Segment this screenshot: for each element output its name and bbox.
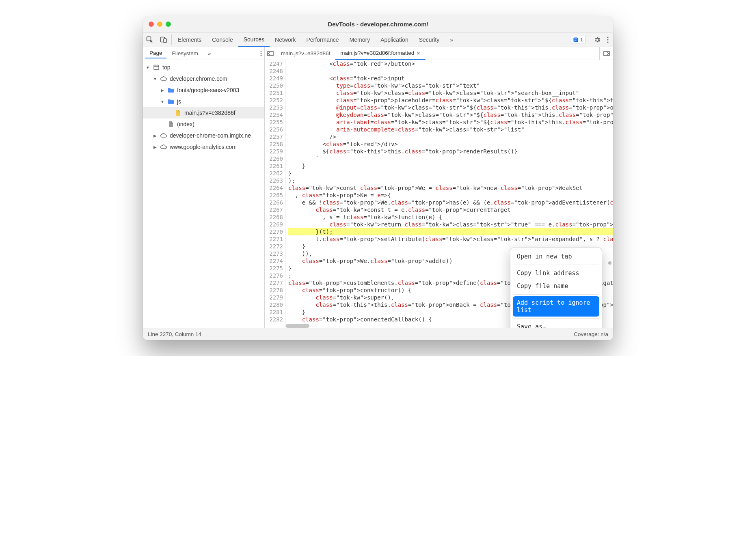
tab-console[interactable]: Console	[207, 32, 238, 47]
tree-node[interactable]: ▼js	[143, 96, 264, 107]
gutter-line[interactable]: 2279	[265, 294, 283, 301]
device-toggle-icon[interactable]	[157, 32, 171, 47]
gutter-line[interactable]: 2275	[265, 265, 283, 272]
code-line[interactable]: aria-label=class="tok-kw">class="tok-str…	[288, 119, 613, 126]
file-tree[interactable]: ▼top▼developer.chrome.com▶fonts/google-s…	[143, 60, 265, 328]
tree-node[interactable]: ▶www.google-analytics.com	[143, 141, 264, 153]
code-line[interactable]: class="tok-kw">class=class="tok-kw">clas…	[288, 89, 613, 97]
tab-sources[interactable]: Sources	[238, 32, 270, 47]
code-line[interactable]: aria-autocomplete=class="tok-kw">class="…	[288, 126, 613, 133]
code-line[interactable]: e && !class="tok-prop">We.class="tok-pro…	[288, 199, 613, 206]
gutter-line[interactable]: 2257	[265, 133, 283, 140]
context-menu-item[interactable]: Add script to ignore list	[513, 296, 599, 317]
gutter-line[interactable]: 2280	[265, 301, 283, 308]
gutter-line[interactable]: 2247	[265, 60, 283, 67]
navigator-tab-page[interactable]: Page	[145, 48, 166, 58]
gutter-line[interactable]: 2282	[265, 316, 283, 323]
tab-memory[interactable]: Memory	[344, 32, 376, 47]
gutter-line[interactable]: 2278	[265, 287, 283, 294]
gutter-line[interactable]: 2262	[265, 170, 283, 177]
navigator-more-icon[interactable]	[260, 51, 262, 56]
tab-performance[interactable]: Performance	[301, 32, 344, 47]
gutter-line[interactable]: 2281	[265, 308, 283, 316]
gutter-line[interactable]: 2256	[265, 126, 283, 133]
gutter-line[interactable]: 2260	[265, 155, 283, 162]
tab-network[interactable]: Network	[270, 32, 301, 47]
gutter-line[interactable]: 2249	[265, 75, 283, 82]
code-line[interactable]: class="tok-kw">const t = e.class="tok-pr…	[288, 206, 613, 213]
file-history-icon[interactable]	[265, 47, 276, 60]
code-line[interactable]: <class="tok-red">/button>	[288, 60, 613, 67]
gutter-line[interactable]: 2266	[265, 199, 283, 206]
toggle-debugger-pane-icon[interactable]	[599, 47, 613, 60]
code-line[interactable]: class="tok-kw">return class="tok-kw">cla…	[288, 221, 613, 228]
context-menu-item[interactable]: Copy file name	[513, 280, 599, 293]
code-line[interactable]: );	[288, 177, 613, 184]
code-line[interactable]: @keydown=class="tok-kw">class="tok-str">…	[288, 111, 613, 119]
gutter-line[interactable]: 2253	[265, 104, 283, 111]
code-line[interactable]: }(t);	[288, 228, 613, 235]
gutter-line[interactable]: 2270	[265, 228, 283, 235]
gutter-line[interactable]: 2268	[265, 213, 283, 221]
gutter-line[interactable]: 2271	[265, 235, 283, 243]
code-line[interactable]: <class="tok-red">input	[288, 75, 613, 82]
context-menu-item[interactable]: Copy link address	[513, 267, 599, 280]
more-icon[interactable]	[603, 37, 613, 43]
gutter-line[interactable]: 2276	[265, 272, 283, 279]
gutter-line[interactable]: 2263	[265, 177, 283, 184]
gutter-line[interactable]: 2259	[265, 148, 283, 155]
close-tab-icon[interactable]: ×	[417, 50, 420, 56]
gutter-line[interactable]: 2264	[265, 184, 283, 192]
tab-application[interactable]: Application	[375, 32, 414, 47]
code-line[interactable]: ${class="tok-this">this.class="tok-prop"…	[288, 148, 613, 155]
tree-node[interactable]: ▼top	[143, 62, 264, 73]
code-line[interactable]: class="tok-prop">placeholder=class="tok-…	[288, 97, 613, 104]
file-tab-main-formatted[interactable]: main.js?v=e382d86f:formatted ×	[335, 47, 426, 60]
gutter-line[interactable]: 2250	[265, 82, 283, 89]
gutter-line[interactable]: 2269	[265, 221, 283, 228]
code-line[interactable]: }	[288, 170, 613, 177]
gutter-line[interactable]: 2252	[265, 97, 283, 104]
code-line[interactable]: , s = !class="tok-kw">function(e) {	[288, 213, 613, 221]
tree-node[interactable]: ▶developer-chrome-com.imgix.ne	[143, 130, 264, 141]
gutter-line[interactable]: 2255	[265, 119, 283, 126]
context-menu-item[interactable]: Save as…	[513, 320, 599, 328]
gutter-line[interactable]: 2251	[265, 89, 283, 97]
gutter-line[interactable]: 2265	[265, 192, 283, 199]
gutter-line[interactable]: 2273	[265, 250, 283, 257]
tree-node[interactable]: ▼developer.chrome.com	[143, 73, 264, 84]
code-line[interactable]: }	[288, 162, 613, 170]
gutter-line[interactable]: 2274	[265, 257, 283, 265]
code-line[interactable]: type=class="tok-kw">class="tok-str">"tex…	[288, 82, 613, 89]
tree-node[interactable]: (index)	[143, 119, 264, 130]
code-line[interactable]: t.class="tok-prop">setAttribute(class="t…	[288, 235, 613, 243]
code-line[interactable]: <class="tok-red">/div>	[288, 140, 613, 148]
vertical-scrollbar[interactable]	[608, 261, 611, 265]
settings-icon[interactable]	[592, 36, 603, 43]
code-line[interactable]: class="tok-kw">const class="tok-prop">We…	[288, 184, 613, 192]
code-line[interactable]: , class="tok-prop">Ke = e=>{	[288, 192, 613, 199]
file-tab-main[interactable]: main.js?v=e382d86f	[276, 47, 335, 60]
inspect-element-icon[interactable]	[143, 32, 157, 47]
gutter-line[interactable]: 2261	[265, 162, 283, 170]
gutter-line[interactable]: 2254	[265, 111, 283, 119]
navigator-tabs-overflow[interactable]: »	[204, 49, 215, 58]
tab-elements[interactable]: Elements	[173, 32, 207, 47]
navigator-tab-filesystem[interactable]: Filesystem	[168, 49, 203, 58]
gutter-line[interactable]: 2267	[265, 206, 283, 213]
tabs-overflow[interactable]: »	[445, 32, 458, 47]
gutter-line[interactable]: 2258	[265, 140, 283, 148]
code-line[interactable]: @input=class="tok-kw">class="tok-str">"$…	[288, 104, 613, 111]
code-editor[interactable]: 2247224822492250225122522253225422552256…	[265, 60, 613, 328]
code-line[interactable]: />	[288, 133, 613, 140]
horizontal-scrollbar[interactable]	[286, 324, 309, 328]
gutter-line[interactable]: 2248	[265, 67, 283, 75]
tree-node[interactable]: ▶fonts/google-sans-v2003	[143, 84, 264, 96]
tab-security[interactable]: Security	[414, 32, 445, 47]
code-line[interactable]	[288, 67, 613, 75]
context-menu-item[interactable]: Open in new tab	[513, 250, 599, 263]
gutter-line[interactable]: 2277	[265, 279, 283, 287]
tree-node[interactable]: main.js?v=e382d86f	[143, 107, 264, 119]
code-line[interactable]: `	[288, 155, 613, 162]
issues-badge[interactable]: 1	[570, 36, 586, 43]
